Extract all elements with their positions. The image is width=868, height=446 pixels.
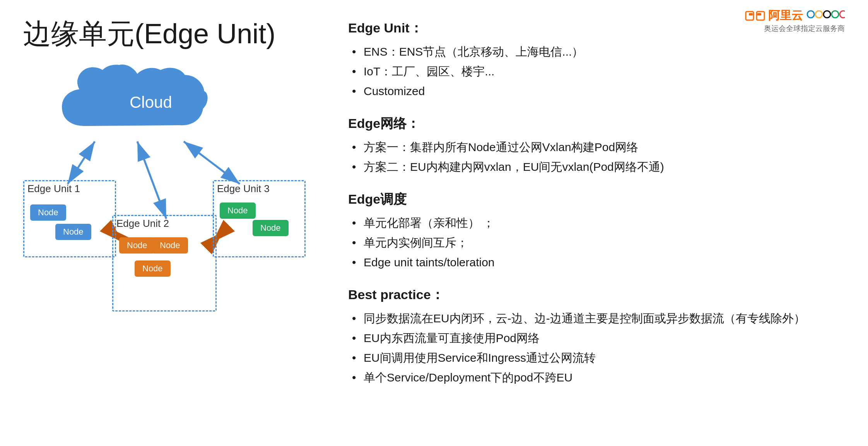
page-title: 边缘单元(Edge Unit) — [23, 15, 317, 53]
eu1-node1: Node — [30, 204, 66, 221]
cloud-label: Cloud — [130, 93, 172, 112]
diagram-area: Cloud Edge Unit 1 Node Node Edge Unit 2 … — [23, 64, 313, 319]
eu2-node1: Node — [119, 237, 155, 254]
aliyun-icon — [745, 9, 765, 23]
list-item: 方案二：EU内构建内网vxlan，EU间无vxlan(Pod网络不通) — [352, 157, 845, 177]
svg-line-15 — [184, 141, 240, 184]
svg-rect-0 — [746, 12, 754, 20]
svg-point-6 — [824, 11, 830, 18]
list-item: Edge unit taints/toleration — [352, 252, 845, 272]
section-edge-network-title: Edge网络： — [348, 115, 845, 133]
list-item: ENS：ENS节点（北京移动、上海电信...） — [352, 42, 845, 61]
list-item: 单个Service/Deployment下的pod不跨EU — [352, 368, 845, 387]
eu3-node1: Node — [220, 203, 256, 219]
list-item: 方案一：集群内所有Node通过公网Vxlan构建Pod网络 — [352, 137, 845, 157]
svg-line-14 — [137, 141, 166, 219]
section-best-practice: Best practice： 同步数据流在EU内闭环，云-边、边-边通道主要是控… — [348, 286, 845, 387]
svg-point-8 — [840, 11, 845, 18]
left-panel: 边缘单元(Edge Unit) — [23, 15, 317, 431]
edge-unit-list: ENS：ENS节点（北京移动、上海电信...） IoT：工厂、园区、楼宇... … — [348, 42, 845, 101]
section-best-practice-title: Best practice： — [348, 286, 845, 304]
edge-network-list: 方案一：集群内所有Node通过公网Vxlan构建Pod网络 方案二：EU内构建内… — [348, 137, 845, 177]
list-item: EU间调用使用Service和Ingress通过公网流转 — [352, 348, 845, 368]
list-item: EU内东西流量可直接使用Pod网络 — [352, 328, 845, 348]
edge-unit-3-box: Edge Unit 3 Node Node — [213, 180, 306, 257]
edge-unit-2-label: Edge Unit 2 — [113, 216, 215, 231]
eu1-node2: Node — [55, 224, 91, 240]
section-edge-scheduling: Edge调度 单元化部署（亲和性） ； 单元内实例间互斥； Edge unit … — [348, 191, 845, 272]
eu3-node2: Node — [253, 220, 289, 236]
right-panel: Edge Unit： ENS：ENS节点（北京移动、上海电信...） IoT：工… — [317, 15, 845, 431]
logo-subtitle: 奥运会全球指定云服务商 — [745, 24, 845, 34]
edge-unit-3-label: Edge Unit 3 — [214, 181, 304, 196]
cloud-shape: Cloud — [62, 64, 209, 141]
svg-point-7 — [832, 11, 839, 18]
edge-scheduling-list: 单元化部署（亲和性） ； 单元内实例间互斥； Edge unit taints/… — [348, 213, 845, 272]
edge-unit-2-box: Edge Unit 2 Node Node Node — [112, 215, 217, 312]
best-practice-list: 同步数据流在EU内闭环，云-边、边-边通道主要是控制面或异步数据流（有专线除外）… — [348, 308, 845, 387]
brand-name: 阿里云 — [768, 8, 803, 24]
eu2-node2: Node — [152, 237, 188, 254]
edge-unit-1-label: Edge Unit 1 — [24, 181, 115, 196]
svg-rect-3 — [757, 13, 761, 15]
eu2-node3: Node — [135, 260, 171, 277]
section-edge-scheduling-title: Edge调度 — [348, 191, 845, 208]
list-item: 单元化部署（亲和性） ； — [352, 213, 845, 233]
svg-point-4 — [807, 11, 814, 18]
edge-unit-1-box: Edge Unit 1 Node Node — [23, 180, 116, 257]
list-item: Customized — [352, 81, 845, 101]
list-item: 同步数据流在EU内闭环，云-边、边-边通道主要是控制面或异步数据流（有专线除外） — [352, 308, 845, 328]
svg-rect-2 — [757, 12, 764, 20]
olympics-rings — [806, 9, 845, 23]
svg-line-13 — [68, 141, 95, 184]
section-edge-network: Edge网络： 方案一：集群内所有Node通过公网Vxlan构建Pod网络 方案… — [348, 115, 845, 177]
logo-area: 阿里云 奥运会全球指定云服务商 — [745, 8, 845, 34]
list-item: IoT：工厂、园区、楼宇... — [352, 61, 845, 81]
list-item: 单元内实例间互斥； — [352, 233, 845, 252]
svg-point-5 — [815, 11, 822, 18]
svg-rect-1 — [749, 13, 753, 15]
